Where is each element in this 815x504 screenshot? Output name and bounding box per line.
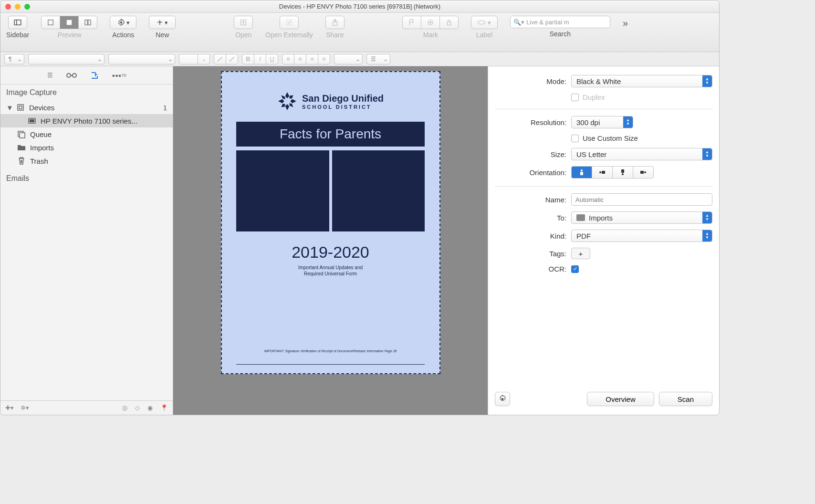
add-button[interactable]: ✚▾ bbox=[5, 404, 14, 411]
svg-point-25 bbox=[581, 169, 583, 171]
inspector-divider bbox=[495, 109, 712, 109]
size-label: Size: bbox=[495, 150, 571, 158]
svg-rect-19 bbox=[18, 105, 23, 110]
size-select[interactable]: US Letter▲▼ bbox=[571, 148, 712, 160]
sidebar-item-queue[interactable]: Queue bbox=[0, 127, 173, 141]
window-title: Devices - HP ENVY Photo 7100 series [697… bbox=[0, 3, 719, 10]
sidebar-more-icon[interactable]: ●●●70 bbox=[112, 73, 126, 78]
open-toolbar-label: Open bbox=[235, 31, 251, 39]
sidebar-import-icon[interactable] bbox=[90, 71, 99, 80]
sync-icon[interactable]: ◎ bbox=[122, 404, 127, 411]
mode-label: Mode: bbox=[495, 77, 571, 85]
devices-icon bbox=[16, 103, 25, 112]
italic-button[interactable]: I bbox=[254, 54, 266, 64]
new-button[interactable]: +▾ bbox=[149, 16, 176, 29]
preview-mode-2-button[interactable] bbox=[60, 16, 79, 29]
svg-rect-5 bbox=[88, 20, 91, 25]
info-footer-icon[interactable]: ◉ bbox=[147, 404, 153, 411]
bold-button[interactable]: B bbox=[242, 54, 254, 64]
to-select[interactable]: Imports▲▼ bbox=[571, 211, 712, 224]
queue-icon bbox=[17, 129, 26, 139]
sidebar: ☰ ●●●70 Image Capture ▼ Devices 1 HP ENV… bbox=[0, 66, 173, 415]
doc-footnote: IMPORTANT: Signature Verification of Rec… bbox=[264, 349, 397, 353]
mark-flag-button[interactable] bbox=[402, 16, 421, 29]
svg-point-11 bbox=[429, 22, 431, 23]
orientation-portrait-button[interactable] bbox=[571, 166, 592, 178]
svg-rect-31 bbox=[640, 171, 644, 174]
duplex-checkbox bbox=[571, 94, 579, 101]
label-button[interactable]: ▾ bbox=[471, 16, 498, 29]
svg-line-15 bbox=[230, 57, 234, 62]
paragraph-style-combo[interactable]: ¶⌄ bbox=[4, 54, 24, 64]
toolbar-overflow-icon[interactable]: » bbox=[623, 18, 628, 29]
org-name: San Diego Unified bbox=[302, 93, 384, 104]
sidebar-item-imports[interactable]: Imports bbox=[0, 141, 173, 154]
open-externally-button[interactable] bbox=[280, 16, 299, 29]
text-color-button[interactable] bbox=[214, 54, 226, 64]
pin-footer-icon[interactable]: 📍 bbox=[160, 404, 168, 411]
folder-small-icon bbox=[576, 214, 585, 221]
align-right-button[interactable]: ≡ bbox=[306, 54, 318, 64]
align-justify-button[interactable]: ≡ bbox=[318, 54, 330, 64]
line-spacing-combo[interactable]: ⌄ bbox=[334, 54, 363, 64]
mode-select[interactable]: Black & White▲▼ bbox=[571, 75, 712, 87]
kind-select[interactable]: PDF▲▼ bbox=[571, 230, 712, 242]
list-style-combo[interactable]: ☰⌄ bbox=[366, 54, 390, 64]
titlebar: Devices - HP ENVY Photo 7100 series [697… bbox=[0, 0, 719, 13]
svg-rect-28 bbox=[602, 171, 605, 174]
mark-unread-button[interactable] bbox=[421, 16, 440, 29]
align-left-button[interactable]: ≡ bbox=[282, 54, 294, 64]
search-placeholder: Live & partial m bbox=[526, 19, 569, 26]
sidebar-glasses-icon[interactable] bbox=[66, 72, 77, 79]
sidebar-item-trash[interactable]: Trash bbox=[0, 154, 173, 168]
new-toolbar-label: New bbox=[156, 31, 169, 39]
mark-toolbar-label: Mark bbox=[423, 31, 438, 39]
scanned-page: San Diego Unified SCHOOL DISTRICT Facts … bbox=[221, 71, 440, 374]
font-size-field[interactable] bbox=[179, 54, 198, 64]
svg-point-32 bbox=[644, 171, 646, 173]
font-size-stepper[interactable]: ⌄ bbox=[198, 54, 210, 64]
custom-size-checkbox[interactable] bbox=[571, 135, 579, 142]
add-tag-button[interactable]: + bbox=[571, 248, 590, 259]
scan-button[interactable]: Scan bbox=[659, 392, 712, 406]
underline-button[interactable]: U bbox=[266, 54, 278, 64]
svg-line-14 bbox=[218, 57, 222, 62]
svg-point-30 bbox=[622, 173, 624, 175]
sidebar-item-devices[interactable]: ▼ Devices 1 bbox=[0, 101, 173, 114]
overview-button[interactable]: Overview bbox=[587, 392, 654, 406]
font-style-combo[interactable]: ⌄ bbox=[108, 54, 175, 64]
share-toolbar-label: Share bbox=[326, 31, 344, 39]
orientation-label: Orientation: bbox=[495, 168, 571, 177]
scan-preview-area[interactable]: San Diego Unified SCHOOL DISTRICT Facts … bbox=[173, 66, 488, 415]
photo-placeholder-1 bbox=[236, 150, 329, 231]
align-center-button[interactable]: ≡ bbox=[294, 54, 306, 64]
scanner-label: HP ENVY Photo 7100 series... bbox=[41, 117, 137, 125]
search-input[interactable]: 🔍▾ Live & partial m bbox=[510, 16, 610, 28]
org-subtitle: SCHOOL DISTRICT bbox=[302, 104, 384, 110]
action-gear-button[interactable]: ✲▾ bbox=[21, 404, 29, 411]
font-family-combo[interactable]: ⌄ bbox=[28, 54, 104, 64]
orientation-landscape-flip-button[interactable] bbox=[633, 166, 654, 178]
preview-mode-1-button[interactable] bbox=[41, 16, 60, 29]
sidebar-section-emails: Emails bbox=[0, 168, 173, 187]
open-button[interactable] bbox=[234, 16, 253, 29]
scan-options-button[interactable] bbox=[495, 392, 510, 406]
tag-footer-icon[interactable]: ◇ bbox=[135, 404, 140, 411]
name-input[interactable] bbox=[571, 193, 712, 206]
resolution-select[interactable]: 300 dpi▲▼ bbox=[571, 116, 633, 128]
doc-sub1: Important Annual Updates and bbox=[298, 265, 363, 270]
actions-button[interactable]: ▾ bbox=[110, 16, 136, 29]
preview-mode-3-button[interactable] bbox=[78, 16, 97, 29]
mark-lock-button[interactable] bbox=[439, 16, 459, 29]
sidebar-toggle-button[interactable] bbox=[8, 16, 27, 29]
format-bar: ¶⌄ ⌄ ⌄ ⌄ B I U ≡ ≡ ≡ ≡ ⌄ ☰⌄ bbox=[0, 52, 719, 66]
ocr-checkbox[interactable]: ✓ bbox=[571, 265, 579, 273]
orientation-landscape-button[interactable] bbox=[592, 166, 613, 178]
document-banner: Facts for Parents bbox=[236, 122, 425, 147]
disclosure-triangle-icon[interactable]: ▼ bbox=[6, 104, 12, 112]
orientation-portrait-flip-button[interactable] bbox=[612, 166, 633, 178]
sidebar-list-icon[interactable]: ☰ bbox=[47, 72, 53, 79]
bg-color-button[interactable] bbox=[226, 54, 238, 64]
share-button[interactable] bbox=[325, 16, 345, 29]
sidebar-item-hp-envy[interactable]: HP ENVY Photo 7100 series... bbox=[0, 114, 173, 127]
